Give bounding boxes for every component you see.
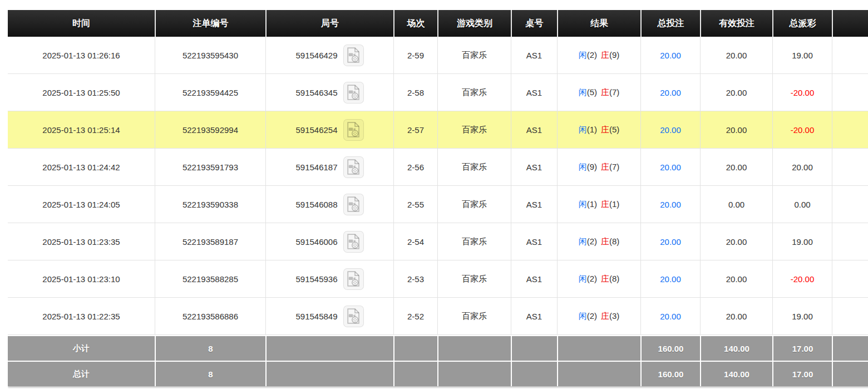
banker-points: (5) [609,125,619,134]
subtotal-total-bet: 160.00 [640,335,700,361]
table-no-cell: AS1 [511,223,557,260]
result-cell: 闲(1)庄(1) [557,186,640,223]
video-replay-button[interactable] [343,156,364,178]
footer-empty-cell [832,335,868,361]
round-cell: 591546088 [265,186,393,223]
valid-bet-cell: 20.00 [700,260,772,298]
time-cell: 2025-01-13 01:23:35 [8,223,155,260]
header-round-id: 局号 [265,10,393,37]
session-cell: 2-56 [393,149,437,186]
round-id: 591545936 [295,274,337,284]
result-cell: 闲(2)庄(8) [557,223,640,260]
subtotal-count: 8 [155,335,265,361]
valid-bet-cell: 20.00 [700,111,772,149]
payout-cell: 0.00 [772,186,832,223]
payout-cell: -20.00 [772,260,832,298]
round-cell: 591546429 [265,37,393,74]
video-replay-icon [346,308,361,324]
banker-points: (7) [609,87,619,97]
subtotal-valid-bet: 140.00 [700,335,772,361]
table-no-cell: AS1 [511,298,557,335]
table-row: 2025-01-13 01:26:16 522193595430 5915464… [8,37,868,74]
total-bet-cell: 20.00 [640,260,700,298]
banker-points: (7) [609,162,619,171]
player-label: 闲 [579,274,587,283]
table-no-cell: AS1 [511,74,557,111]
round-cell: 591546254 [265,111,393,149]
valid-bet-cell: 0.00 [700,186,772,223]
video-replay-icon [346,271,361,287]
table-row: 2025-01-13 01:23:10 522193588285 5915459… [8,260,868,298]
filler-cell [832,149,868,186]
session-cell: 2-59 [393,37,437,74]
header-bet-id: 注单编号 [155,10,265,37]
total-bet-cell: 20.00 [640,149,700,186]
player-label: 闲 [579,50,587,60]
banker-label: 庄 [601,87,609,97]
banker-points: (9) [609,50,619,60]
total-valid-bet: 140.00 [700,361,772,386]
result-cell: 闲(2)庄(9) [557,37,640,74]
total-total-bet: 160.00 [640,361,700,386]
result-cell: 闲(5)庄(7) [557,74,640,111]
footer-empty-cell [511,361,557,386]
video-replay-icon [346,47,361,63]
video-replay-button[interactable] [343,306,364,327]
player-points: (9) [587,162,597,171]
filler-cell [832,37,868,74]
player-points: (2) [587,274,597,283]
footer-empty-cell [265,361,393,386]
player-points: (1) [587,125,597,134]
round-cell: 591546345 [265,74,393,111]
bet-history-table: 时间 注单编号 局号 场次 游戏类别 桌号 结果 总投注 有效投注 总派彩 20… [8,10,868,386]
footer-empty-cell [393,361,437,386]
session-cell: 2-55 [393,186,437,223]
result-cell: 闲(1)庄(5) [557,111,640,149]
total-label: 总计 [8,361,155,386]
footer-empty-cell [511,335,557,361]
round-id: 591546187 [295,163,337,172]
table-no-cell: AS1 [511,111,557,149]
table-row: 2025-01-13 01:24:42 522193591793 5915461… [8,149,868,186]
banker-label: 庄 [601,125,609,134]
table-row: 2025-01-13 01:25:14 522193592994 5915462… [8,111,868,149]
footer-empty-cell [832,361,868,386]
time-cell: 2025-01-13 01:24:05 [8,186,155,223]
video-replay-button[interactable] [343,268,364,290]
player-points: (5) [587,87,597,97]
round-cell: 591545936 [265,260,393,298]
table-row: 2025-01-13 01:25:50 522193594425 5915463… [8,74,868,111]
video-replay-icon [346,159,361,175]
table-row: 2025-01-13 01:23:35 522193589187 5915460… [8,223,868,260]
video-replay-button[interactable] [343,231,364,253]
footer-empty-cell [437,361,511,386]
player-label: 闲 [579,87,587,97]
banker-points: (1) [609,199,619,209]
total-bet-cell: 20.00 [640,37,700,74]
banker-label: 庄 [601,199,609,209]
banker-label: 庄 [601,50,609,60]
banker-label: 庄 [601,311,609,321]
table-row: 2025-01-13 01:24:05 522193590338 5915460… [8,186,868,223]
round-cell: 591546006 [265,223,393,260]
time-cell: 2025-01-13 01:23:10 [8,260,155,298]
subtotal-row: 小计 8 160.00 140.00 17.00 [8,335,868,361]
banker-label: 庄 [601,237,609,246]
video-replay-button[interactable] [343,119,364,141]
table-no-cell: AS1 [511,149,557,186]
bet-id-cell: 522193592994 [155,111,265,149]
video-replay-button[interactable] [343,194,364,215]
header-result: 结果 [557,10,640,37]
banker-label: 庄 [601,274,609,283]
valid-bet-cell: 20.00 [700,37,772,74]
round-id: 591546088 [295,200,337,209]
bet-id-cell: 522193586886 [155,298,265,335]
payout-cell: 19.00 [772,37,832,74]
session-cell: 2-52 [393,298,437,335]
video-replay-button[interactable] [343,45,364,66]
video-replay-button[interactable] [343,82,364,104]
filler-cell [832,74,868,111]
result-cell: 闲(2)庄(8) [557,260,640,298]
payout-cell: 19.00 [772,223,832,260]
player-label: 闲 [579,199,587,209]
